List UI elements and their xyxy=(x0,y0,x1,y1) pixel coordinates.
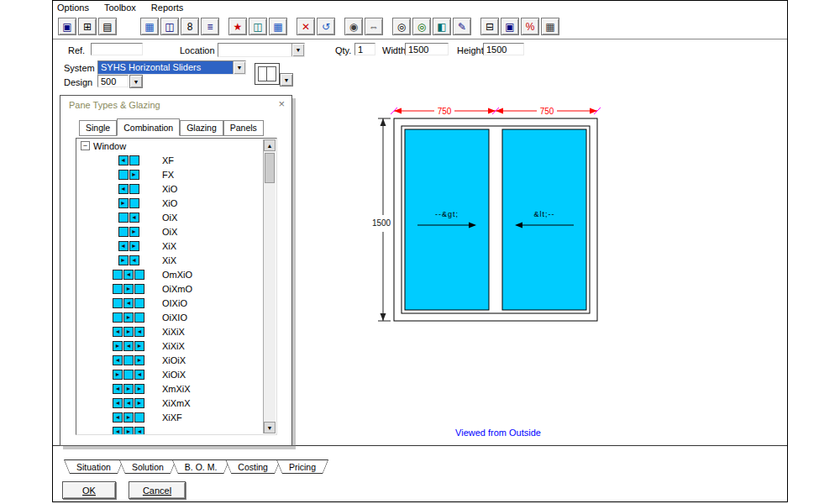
list-item[interactable]: ►XiO xyxy=(76,196,263,210)
tab-glazing[interactable]: Glazing xyxy=(180,120,223,136)
design-preview-dropdown-button[interactable]: ▼ xyxy=(280,73,293,87)
grid-button[interactable]: ⊞ xyxy=(78,18,97,35)
delete-button[interactable]: ✕ xyxy=(297,18,315,35)
list-item[interactable]: ►OiX xyxy=(76,224,263,239)
tab-label: Situation xyxy=(65,460,123,473)
frame-pair-button[interactable]: ◫ xyxy=(160,18,179,35)
height-input[interactable] xyxy=(483,43,524,55)
toolbar-separator xyxy=(221,18,227,35)
collapse-icon[interactable]: − xyxy=(81,141,90,150)
location-dropdown-button[interactable]: ▼ xyxy=(291,44,304,56)
pane-layout-button[interactable]: ▦ xyxy=(140,18,159,35)
tab-panels[interactable]: Panels xyxy=(223,120,264,136)
menu-bar: OptionsToolboxReports xyxy=(53,1,186,14)
dialog-title: Pane Types & Glazing xyxy=(69,100,160,110)
colors-button[interactable]: ◧ xyxy=(433,18,451,35)
pane-type-list: − Window ◄XF►FX◄XiO►XiO◄OiX►OiX◄►XiX►◄Xi… xyxy=(76,138,277,435)
list-item[interactable]: ◄◄►XiXmX xyxy=(76,396,263,410)
list-item[interactable]: ►◄XiX xyxy=(76,253,263,267)
zoom-button[interactable]: ◎ xyxy=(392,18,411,35)
colors-icon: ◧ xyxy=(437,22,446,32)
toolbar-separator xyxy=(289,18,295,35)
list-item-label: OiX xyxy=(162,227,177,237)
tab-situation[interactable]: Situation xyxy=(64,459,123,474)
list-item[interactable]: ◄►◄ xyxy=(76,424,263,434)
qty-input[interactable] xyxy=(354,43,375,55)
cancel-button[interactable]: Cancel xyxy=(129,481,186,499)
frame-number-button[interactable]: 8 xyxy=(181,18,199,35)
scroll-up-icon[interactable]: ▲ xyxy=(264,139,276,151)
view-caption: Viewed from Outside xyxy=(423,428,574,438)
list-item[interactable]: ►◄XiOiX xyxy=(76,367,263,381)
chevron-down-icon: ▼ xyxy=(296,47,302,53)
scroll-down-icon[interactable]: ▼ xyxy=(264,422,276,433)
tab-solution[interactable]: Solution xyxy=(119,459,176,474)
ref-input[interactable] xyxy=(91,43,143,55)
pane-slider-icon: ◄ xyxy=(113,412,123,423)
new-design-button[interactable]: ▣ xyxy=(58,18,76,35)
dimension-button[interactable]: ⇔ xyxy=(365,18,383,35)
pane-fixed-icon xyxy=(118,227,129,237)
location-combobox[interactable]: ▼ xyxy=(218,43,305,57)
tab-pricing[interactable]: Pricing xyxy=(276,459,328,474)
list-item[interactable]: ◄►►XmXiX xyxy=(76,381,263,396)
zoom-area-button[interactable]: ◎ xyxy=(412,18,431,35)
list-item[interactable]: ◄OiX xyxy=(76,210,263,224)
tree-root-row[interactable]: − Window xyxy=(76,139,263,153)
list-item[interactable]: ◄OmXiO xyxy=(76,267,263,281)
tab-combination[interactable]: Combination xyxy=(117,118,180,136)
percent-button[interactable]: % xyxy=(521,18,539,35)
tab-single[interactable]: Single xyxy=(79,120,117,136)
table-button[interactable]: ▦ xyxy=(541,18,559,35)
frame-pair-icon: ◫ xyxy=(165,22,174,32)
close-icon[interactable]: × xyxy=(278,98,285,109)
list-item[interactable]: ◄►◄XiXiX xyxy=(76,324,263,339)
notes-button[interactable]: ≡ xyxy=(201,18,219,35)
list-item[interactable]: ►OiXIO xyxy=(76,310,263,324)
list-item[interactable]: ◄OIXiO xyxy=(76,296,263,310)
list-item-label: OiXmO xyxy=(162,284,192,294)
print-button[interactable]: ▤ xyxy=(98,18,117,35)
tab-costing[interactable]: Costing xyxy=(225,459,281,474)
pane-fixed-icon xyxy=(134,312,144,323)
chevron-down-icon: ▼ xyxy=(237,65,243,71)
frame-number-icon: 8 xyxy=(187,22,193,32)
wizard-button[interactable]: ★ xyxy=(228,18,247,35)
list-item[interactable]: ◄XiO xyxy=(76,181,263,196)
tab-b-o-m[interactable]: B. O. M. xyxy=(172,459,230,474)
right-pane[interactable] xyxy=(502,129,586,310)
pane-slider-icon: ► xyxy=(123,327,134,337)
table-icon: ▦ xyxy=(545,22,554,32)
scrollbar-thumb[interactable] xyxy=(265,153,275,183)
list-item[interactable]: ►◄►XiXiX xyxy=(76,339,263,353)
pane-fixed-icon xyxy=(134,270,144,280)
list-item[interactable]: ►OiXmO xyxy=(76,281,263,296)
menu-reports[interactable]: Reports xyxy=(149,3,186,14)
list-item[interactable]: ◄XF xyxy=(76,153,263,167)
structure-button[interactable]: ⊟ xyxy=(480,18,499,35)
dim-top-left-value: 750 xyxy=(438,107,452,116)
undo-button[interactable]: ↺ xyxy=(317,18,335,35)
list-item[interactable]: ◄►XiXF xyxy=(76,410,263,424)
preview-button[interactable]: ◉ xyxy=(344,18,363,35)
menu-toolbox[interactable]: Toolbox xyxy=(102,3,139,14)
left-pane[interactable] xyxy=(405,129,489,310)
list-item[interactable]: ◄►XiX xyxy=(76,239,263,253)
menu-options[interactable]: Options xyxy=(55,3,92,14)
draw-button[interactable]: ✎ xyxy=(453,18,471,35)
ok-button[interactable]: OK xyxy=(62,481,116,499)
window-button[interactable]: ▣ xyxy=(501,18,519,35)
list-item-label: OmXiO xyxy=(162,270,192,280)
glazing-bars-button[interactable]: ▦ xyxy=(269,18,287,35)
list-scrollbar[interactable]: ▲ ▼ xyxy=(263,139,276,433)
list-item[interactable]: ◄►XiOiX xyxy=(76,353,263,367)
system-combobox[interactable]: SYHS Horizontal Sliders ▼ xyxy=(97,60,246,75)
width-input[interactable] xyxy=(405,43,449,55)
design-input[interactable] xyxy=(97,75,129,87)
pane-slider-icon: ◄ xyxy=(113,398,123,408)
system-dropdown-button[interactable]: ▼ xyxy=(233,61,245,74)
coupled-frames-button[interactable]: ◫ xyxy=(249,18,267,35)
height-label: Height xyxy=(457,45,484,55)
design-dropdown-button[interactable]: ▼ xyxy=(129,75,143,88)
list-item[interactable]: ►FX xyxy=(76,167,263,181)
